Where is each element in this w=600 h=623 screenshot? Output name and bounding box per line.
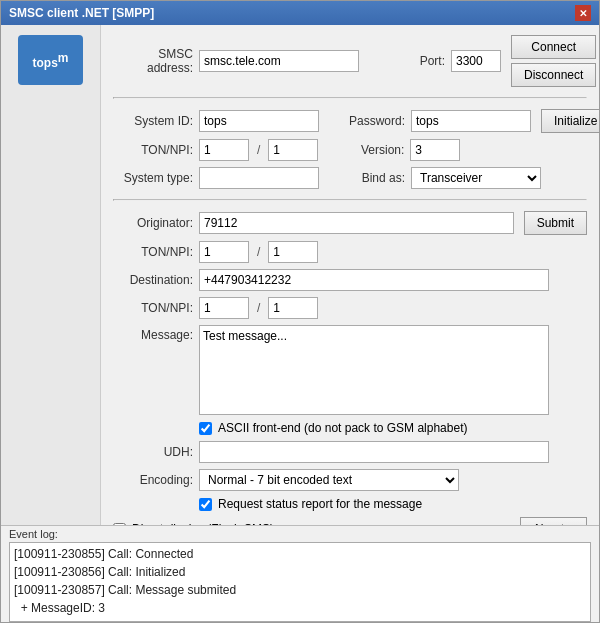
dest-ton-input[interactable] [199,297,249,319]
password-label: Password: [325,114,405,128]
orig-ton-npi-row: TON/NPI: / [113,241,587,263]
smsc-address-input[interactable] [199,50,359,72]
originator-input[interactable] [199,212,514,234]
originator-row: Originator: Submit [113,211,587,235]
event-log-section: Event log: [100911-230855] Call: Connect… [1,525,599,622]
logo-text: topsm [32,51,68,70]
slash-3: / [255,301,262,315]
main-panel: SMSC address: Port: Connect Disconnect S… [101,25,599,525]
submit-button[interactable]: Submit [524,211,587,235]
connect-buttons: Connect Disconnect [511,35,596,87]
udh-input[interactable] [199,441,549,463]
destination-row: Destination: [113,269,587,291]
close-button[interactable]: ✕ [575,5,591,21]
destination-label: Destination: [113,273,193,287]
logo-sup: m [58,51,69,65]
originator-label: Originator: [113,216,193,230]
message-label: Message: [113,325,193,342]
destination-input[interactable] [199,269,549,291]
orig-npi-input[interactable] [268,241,318,263]
status-report-checkbox[interactable] [199,498,212,511]
ascii-checkbox-row: ASCII front-end (do not pack to GSM alph… [199,421,587,435]
udh-label: UDH: [113,445,193,459]
bind-as-select[interactable]: Transceiver Transmitter Receiver [411,167,541,189]
system-type-input[interactable] [199,167,319,189]
udh-row: UDH: [113,441,587,463]
encoding-label: Encoding: [113,473,193,487]
log-entry-4: + MessageID: 3 [14,599,586,617]
slash-1: / [255,143,262,157]
version-label: Version: [324,143,404,157]
encoding-row: Encoding: Normal - 7 bit encoded text Un… [113,469,587,491]
password-input[interactable] [411,110,531,132]
orig-ton-input[interactable] [199,241,249,263]
logo: topsm [18,35,83,85]
message-row: Message: Test message... [113,325,587,415]
content-area: topsm SMSC client .NET SMSC address: Por… [1,25,599,525]
version-input[interactable] [410,139,460,161]
separator-1 [113,97,587,99]
dest-npi-input[interactable] [268,297,318,319]
main-window: SMSC client .NET [SMPP] ✕ topsm SMSC cli… [0,0,600,623]
npi-input-1[interactable] [268,139,318,161]
event-log-content[interactable]: [100911-230855] Call: Connected [100911-… [9,542,591,622]
system-id-input[interactable] [199,110,319,132]
ton-npi-label-1: TON/NPI: [113,143,193,157]
port-label: Port: [365,54,445,68]
sidebar: topsm SMSC client .NET [1,25,101,525]
system-type-row: System type: Bind as: Transceiver Transm… [113,167,587,189]
smsc-address-row: SMSC address: Port: Connect Disconnect [113,35,587,87]
log-entry-2: [100911-230856] Call: Initialized [14,563,586,581]
about-button[interactable]: About... [520,517,587,525]
encoding-select[interactable]: Normal - 7 bit encoded text Unicode - 16… [199,469,459,491]
event-log-label: Event log: [1,526,599,542]
port-input[interactable] [451,50,501,72]
ton-npi-version-row: TON/NPI: / Version: [113,139,587,161]
log-entry-1: [100911-230855] Call: Connected [14,545,586,563]
ton-input-1[interactable] [199,139,249,161]
ton-npi-label-2: TON/NPI: [113,245,193,259]
log-entry-3: [100911-230857] Call: Message submited [14,581,586,599]
ascii-checkbox[interactable] [199,422,212,435]
smsc-address-label: SMSC address: [113,47,193,75]
connect-button[interactable]: Connect [511,35,596,59]
direct-display-row: Direct display (Flash SMS) About... [113,517,587,525]
system-id-label: System ID: [113,114,193,128]
status-report-label: Request status report for the message [218,497,422,511]
ascii-checkbox-label: ASCII front-end (do not pack to GSM alph… [218,421,467,435]
message-textarea[interactable]: Test message... [199,325,549,415]
initialize-button[interactable]: Initialize [541,109,599,133]
dest-ton-npi-row: TON/NPI: / [113,297,587,319]
slash-2: / [255,245,262,259]
system-type-label: System type: [113,171,193,185]
bind-as-label: Bind as: [325,171,405,185]
ton-npi-label-3: TON/NPI: [113,301,193,315]
system-id-row: System ID: Password: Initialize [113,109,587,133]
status-report-row: Request status report for the message [199,497,587,511]
separator-2 [113,199,587,201]
window-title: SMSC client .NET [SMPP] [9,6,154,20]
title-bar: SMSC client .NET [SMPP] ✕ [1,1,599,25]
disconnect-button[interactable]: Disconnect [511,63,596,87]
